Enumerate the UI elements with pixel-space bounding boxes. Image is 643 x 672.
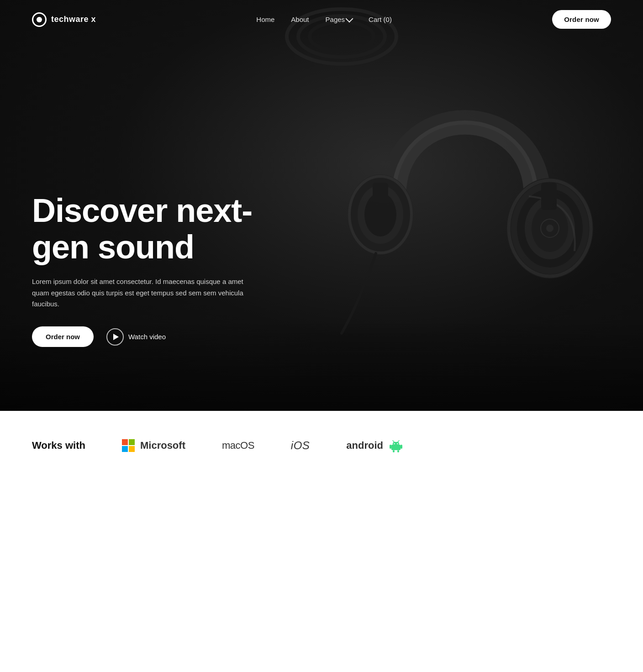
chevron-down-icon [346, 15, 353, 22]
ms-square-1 [122, 439, 128, 445]
svg-point-17 [546, 225, 553, 232]
hero-title: Discover next-gen sound [32, 193, 297, 265]
svg-rect-26 [393, 450, 395, 452]
ms-square-3 [122, 446, 128, 452]
nav-about[interactable]: About [291, 16, 309, 23]
ios-label: iOS [291, 439, 310, 452]
navbar: techware x Home About Pages Cart (0) Ord… [0, 0, 643, 39]
svg-line-23 [398, 441, 399, 442]
watch-video-label: Watch video [128, 333, 166, 341]
logo-text: techware x [51, 15, 96, 24]
works-with-section: Works with Microsoft macOS iOS android [0, 411, 643, 480]
play-triangle [113, 334, 119, 340]
hero-order-now-button[interactable]: Order now [32, 326, 94, 347]
play-icon [106, 328, 124, 346]
brands-list: Microsoft macOS iOS android [122, 438, 611, 453]
microsoft-logo-icon [122, 439, 135, 452]
svg-line-22 [393, 441, 394, 442]
brand-ios: iOS [291, 439, 310, 452]
hero-description: Lorem ipsum dolor sit amet consectetur. … [32, 276, 251, 310]
svg-rect-27 [397, 450, 399, 452]
brand-microsoft: Microsoft [122, 439, 185, 452]
ms-square-4 [129, 446, 135, 452]
nav-order-now-button[interactable]: Order now [552, 10, 611, 29]
brand-android: android [346, 438, 403, 453]
hero-actions: Order now Watch video [32, 326, 297, 347]
svg-rect-14 [373, 183, 388, 208]
hero-section: techware x Home About Pages Cart (0) Ord… [0, 0, 643, 411]
nav-links: Home About Pages Cart (0) [256, 16, 392, 24]
brand-macos: macOS [222, 440, 254, 452]
nav-pages[interactable]: Pages [326, 16, 353, 23]
microsoft-label: Microsoft [140, 440, 185, 452]
hero-content: Discover next-gen sound Lorem ipsum dolo… [32, 193, 297, 347]
ms-square-2 [129, 439, 135, 445]
android-label: android [346, 440, 383, 452]
nav-home[interactable]: Home [256, 16, 274, 23]
macos-label: macOS [222, 440, 254, 452]
watch-video-button[interactable]: Watch video [106, 328, 166, 346]
svg-rect-24 [390, 445, 391, 449]
logo[interactable]: techware x [32, 12, 96, 27]
svg-point-21 [397, 443, 398, 444]
svg-rect-25 [401, 445, 402, 449]
works-with-label: Works with [32, 440, 85, 452]
android-robot-icon [389, 438, 403, 453]
nav-cart[interactable]: Cart (0) [369, 16, 392, 23]
logo-icon [32, 12, 47, 27]
svg-rect-19 [393, 442, 399, 446]
svg-rect-15 [541, 183, 557, 210]
svg-point-20 [394, 443, 395, 444]
